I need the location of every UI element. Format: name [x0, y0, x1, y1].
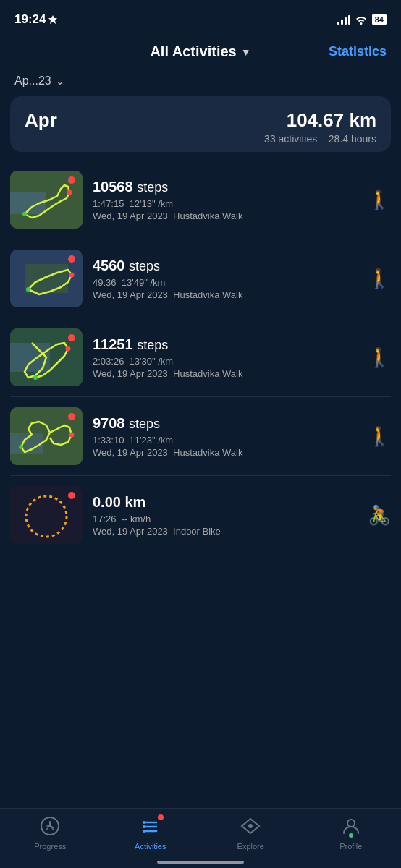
- walk-icon: 🚶: [368, 268, 391, 290]
- svg-point-25: [143, 830, 145, 833]
- activity-info: 11251 steps 2:03:26 13'30" /km Wed, 19 A…: [93, 336, 358, 379]
- svg-point-24: [143, 825, 145, 828]
- activity-detail: 49:36 13'49" /km: [93, 277, 358, 288]
- list-item[interactable]: 0.00 km 17:26 -- km/h Wed, 19 Apr 2023 I…: [10, 476, 391, 554]
- activity-value: 10568 steps: [93, 179, 358, 195]
- activity-map: [10, 407, 83, 465]
- profile-dot: [349, 833, 353, 838]
- walk-icon: 🚶: [368, 346, 391, 369]
- nav-label-activities: Activities: [135, 842, 166, 851]
- svg-point-23: [143, 821, 145, 824]
- month-filter[interactable]: Ap...23 ⌄: [0, 72, 401, 96]
- wifi-icon: [355, 14, 368, 25]
- activity-map: [10, 171, 83, 229]
- header-title[interactable]: All Activities ▼: [150, 43, 250, 60]
- status-icons: 84: [337, 14, 387, 25]
- statistics-link[interactable]: Statistics: [329, 44, 387, 59]
- nav-item-profile[interactable]: Profile: [301, 816, 402, 851]
- activity-info: 9708 steps 1:33:10 11'23" /km Wed, 19 Ap…: [93, 415, 358, 458]
- activity-value: 4560 steps: [93, 258, 358, 274]
- svg-point-15: [69, 433, 75, 438]
- bike-icon: 🚴: [368, 504, 391, 527]
- activity-meta: Wed, 19 Apr 2023 Indoor Bike: [93, 526, 358, 537]
- activity-info: 0.00 km 17:26 -- km/h Wed, 19 Apr 2023 I…: [93, 494, 358, 537]
- activity-meta: Wed, 19 Apr 2023 Hustadvika Walk: [93, 368, 358, 379]
- activity-value: 9708 steps: [93, 415, 358, 432]
- svg-point-11: [66, 346, 71, 352]
- nav-item-explore[interactable]: Explore: [200, 816, 301, 851]
- list-item[interactable]: 11251 steps 2:03:26 13'30" /km Wed, 19 A…: [10, 318, 391, 397]
- activity-meta: Wed, 19 Apr 2023 Hustadvika Walk: [93, 447, 358, 458]
- location-icon: [48, 15, 57, 24]
- nav-label-progress: Progress: [34, 842, 66, 851]
- progress-icon: [40, 816, 60, 836]
- explore-icon: [240, 816, 261, 836]
- home-indicator: [157, 861, 244, 864]
- nav-item-activities[interactable]: Activities: [101, 816, 201, 851]
- svg-point-27: [248, 824, 253, 828]
- activity-meta: Wed, 19 Apr 2023 Hustadvika Walk: [93, 289, 358, 300]
- svg-rect-9: [10, 343, 50, 372]
- month-card: Apr 104.67 km 33 activities 28.4 hours: [10, 96, 391, 152]
- svg-point-10: [33, 375, 38, 380]
- activity-detail: 17:26 -- km/h: [93, 514, 358, 524]
- svg-point-19: [48, 825, 51, 827]
- svg-point-6: [26, 287, 30, 292]
- signal-bars: [337, 14, 350, 25]
- activities-badge: [158, 814, 164, 820]
- activity-map: [10, 328, 83, 386]
- svg-rect-5: [25, 264, 68, 293]
- month-meta: 33 activities 28.4 hours: [264, 133, 376, 145]
- activity-meta: Wed, 19 Apr 2023 Hustadvika Walk: [93, 210, 358, 221]
- svg-point-7: [69, 273, 75, 278]
- activity-map: [10, 250, 83, 307]
- status-time: 19:24: [14, 12, 57, 27]
- activity-list: 10568 steps 1:47:15 12'13" /km Wed, 19 A…: [10, 161, 391, 554]
- activity-info: 10568 steps 1:47:15 12'13" /km Wed, 19 A…: [93, 179, 358, 221]
- svg-point-3: [67, 190, 72, 195]
- activity-map: [10, 486, 83, 544]
- filter-chevron-icon: ⌄: [56, 75, 64, 87]
- list-item[interactable]: 10568 steps 1:47:15 12'13" /km Wed, 19 A…: [10, 161, 391, 239]
- chevron-down-icon: ▼: [241, 46, 251, 58]
- map-start-dot: [68, 176, 75, 184]
- activity-detail: 2:03:26 13'30" /km: [93, 356, 358, 367]
- walk-icon: 🚶: [368, 189, 391, 211]
- svg-point-14: [19, 445, 23, 449]
- svg-point-2: [22, 212, 27, 216]
- month-distance: 104.67 km: [264, 109, 376, 132]
- svg-point-28: [347, 820, 355, 827]
- activity-info: 4560 steps 49:36 13'49" /km Wed, 19 Apr …: [93, 258, 358, 300]
- battery-indicator: 84: [372, 14, 387, 25]
- activities-icon: [140, 816, 161, 836]
- list-item[interactable]: 9708 steps 1:33:10 11'23" /km Wed, 19 Ap…: [10, 397, 391, 476]
- activity-value: 11251 steps: [93, 336, 358, 353]
- nav-label-profile: Profile: [339, 842, 362, 851]
- nav-item-progress[interactable]: Progress: [0, 816, 101, 851]
- activity-value: 0.00 km: [93, 494, 358, 511]
- nav-label-explore: Explore: [237, 842, 264, 851]
- list-item[interactable]: 4560 steps 49:36 13'49" /km Wed, 19 Apr …: [10, 239, 391, 318]
- activity-detail: 1:47:15 12'13" /km: [93, 198, 358, 209]
- activity-detail: 1:33:10 11'23" /km: [93, 435, 358, 446]
- walk-icon: 🚶: [368, 425, 391, 448]
- month-name: Apr: [25, 109, 57, 132]
- page-header: All Activities ▼ Statistics: [0, 36, 401, 72]
- bottom-nav: Progress Activities Explore: [0, 808, 401, 868]
- status-bar: 19:24 84: [0, 0, 401, 36]
